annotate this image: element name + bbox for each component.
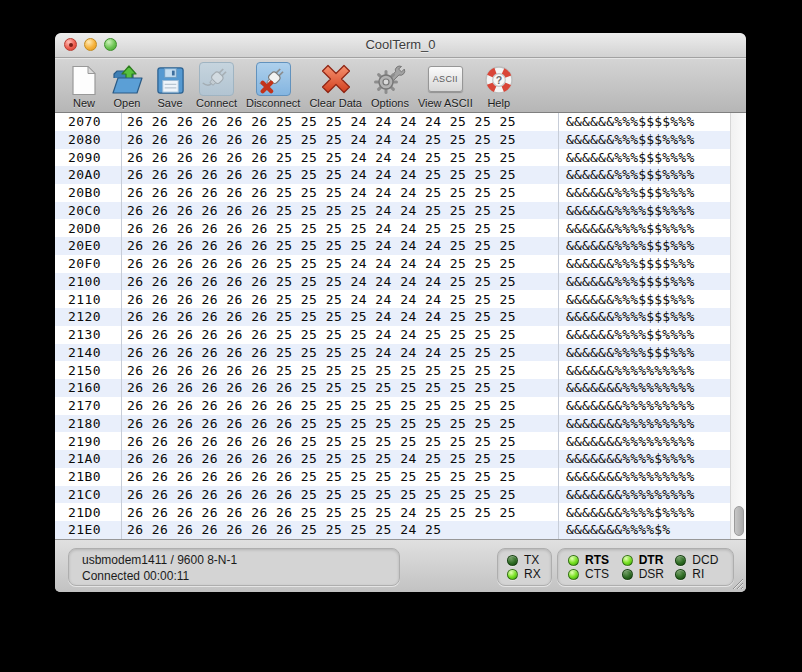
terminal-rows: 207026 26 26 26 26 26 25 25 25 24 24 24 … — [55, 113, 730, 539]
hex-cell: 26 26 26 26 26 26 25 25 25 25 25 25 25 2… — [122, 362, 559, 380]
hex-cell: 26 26 26 26 26 26 25 25 25 24 24 24 25 2… — [122, 131, 559, 149]
ascii-cell: &&&&&&&%%%%%%%%% — [559, 486, 730, 504]
toolbar-button-options[interactable]: Options — [371, 61, 409, 109]
hex-cell: 26 26 26 26 26 26 25 25 25 24 24 24 24 2… — [122, 273, 559, 291]
ascii-cell: &&&&&&%%%%$$%%%% — [559, 202, 730, 220]
toolbar-button-new[interactable]: New — [67, 61, 101, 109]
ascii-cell: &&&&&&%%%$$$$%%% — [559, 291, 730, 309]
connection-info-panel: usbmodem1411 / 9600 8-N-1 Connected 00:0… — [68, 548, 400, 586]
resize-grip[interactable] — [731, 577, 743, 589]
address-cell: 21E0 — [55, 521, 122, 539]
toolbar-label: New — [73, 97, 95, 109]
address-cell: 2190 — [55, 433, 122, 451]
hex-cell: 26 26 26 26 26 26 25 25 25 25 24 24 24 2… — [122, 308, 559, 326]
led-dot — [568, 569, 579, 580]
ascii-cell: &&&&&&%%%%%%%%%% — [559, 362, 730, 380]
ascii-cell: &&&&&&%%%%$$%%%% — [559, 220, 730, 238]
hex-cell: 26 26 26 26 26 26 25 25 25 24 24 24 25 2… — [122, 184, 559, 202]
terminal-row: 218026 26 26 26 26 26 26 25 25 25 25 25 … — [55, 415, 730, 433]
address-cell: 2140 — [55, 344, 122, 362]
toolbar-label: Open — [114, 97, 141, 109]
ascii-cell: &&&&&&&%%%%$%%%% — [559, 450, 730, 468]
hex-cell: 26 26 26 26 26 26 25 25 25 24 24 24 25 2… — [122, 149, 559, 167]
terminal-row: 212026 26 26 26 26 26 25 25 25 25 24 24 … — [55, 308, 730, 326]
led-label: DCD — [692, 553, 718, 567]
title-bar[interactable]: CoolTerm_0 — [55, 33, 746, 58]
led-dot — [622, 569, 633, 580]
terminal-row: 20A026 26 26 26 26 26 25 25 25 24 24 24 … — [55, 166, 730, 184]
new-document-icon — [71, 61, 97, 96]
ascii-cell: &&&&&&&%%%%%%%%% — [559, 379, 730, 397]
address-cell: 2120 — [55, 308, 122, 326]
toolbar-button-view-ascii[interactable]: ASCII View ASCII — [418, 61, 473, 109]
terminal-row: 219026 26 26 26 26 26 26 25 25 25 25 25 … — [55, 433, 730, 451]
ascii-cell: &&&&&&%%%$$$$%%% — [559, 273, 730, 291]
address-cell: 21B0 — [55, 468, 122, 486]
terminal-row: 21B026 26 26 26 26 26 26 25 25 25 25 25 … — [55, 468, 730, 486]
terminal-row: 20D026 26 26 26 26 26 25 25 25 25 24 24 … — [55, 220, 730, 238]
toolbar-button-connect: Connect — [196, 61, 237, 109]
toolbar-button-save[interactable]: Save — [153, 61, 187, 109]
hex-cell: 26 26 26 26 26 26 25 25 25 25 24 24 25 2… — [122, 326, 559, 344]
terminal-row: 20E026 26 26 26 26 26 25 25 25 25 24 24 … — [55, 237, 730, 255]
hex-cell: 26 26 26 26 26 26 26 25 25 25 25 25 25 2… — [122, 415, 559, 433]
terminal-row: 20C026 26 26 26 26 26 25 25 25 25 24 24 … — [55, 202, 730, 220]
terminal-row: 215026 26 26 26 26 26 25 25 25 25 25 25 … — [55, 362, 730, 380]
status-bar: usbmodem1411 / 9600 8-N-1 Connected 00:0… — [55, 539, 746, 592]
ascii-cell: &&&&&&&%%%%%%%%% — [559, 397, 730, 415]
ascii-cell: &&&&&&&%%%%%%%%% — [559, 468, 730, 486]
screen: CoolTerm_0 New — [0, 0, 802, 672]
led-dot — [507, 555, 518, 566]
terminal-row: 20B026 26 26 26 26 26 25 25 25 24 24 24 … — [55, 184, 730, 202]
led-dot — [568, 555, 579, 566]
vertical-scrollbar[interactable] — [730, 113, 746, 539]
terminal-row: 214026 26 26 26 26 26 25 25 25 25 24 24 … — [55, 344, 730, 362]
hex-cell: 26 26 26 26 26 26 25 25 25 24 24 24 24 2… — [122, 255, 559, 273]
ascii-cell: &&&&&&%%%%$$$%%% — [559, 344, 730, 362]
led-indicator-dsr: DSR — [622, 567, 676, 581]
scrollbar-thumb[interactable] — [734, 506, 744, 536]
ascii-cell: &&&&&&&%%%%%%%%% — [559, 415, 730, 433]
led-indicator-cts: CTS — [568, 567, 622, 581]
terminal-row: 207026 26 26 26 26 26 25 25 25 24 24 24 … — [55, 113, 730, 131]
toolbar-label: Connect — [196, 97, 237, 109]
led-indicator-rts[interactable]: RTS — [568, 553, 622, 567]
led-indicator-tx: TX — [507, 553, 551, 567]
toolbar-label: Disconnect — [246, 97, 300, 109]
ascii-cell: &&&&&&%%%%$$%%%% — [559, 326, 730, 344]
led-indicator-ri: RI — [675, 567, 729, 581]
toolbar-button-disconnect[interactable]: Disconnect — [246, 61, 300, 109]
hex-cell: 26 26 26 26 26 26 26 25 25 25 25 24 25 — [122, 521, 559, 539]
address-cell: 21D0 — [55, 504, 122, 522]
led-label: DTR — [639, 553, 664, 567]
toolbar-label: Save — [157, 97, 182, 109]
connection-status: Connected 00:00:11 — [82, 568, 386, 584]
toolbar-button-clear-data[interactable]: Clear Data — [309, 61, 362, 109]
hex-cell: 26 26 26 26 26 26 26 25 25 25 25 25 25 2… — [122, 433, 559, 451]
terminal-row: 216026 26 26 26 26 26 26 25 25 25 25 25 … — [55, 379, 730, 397]
disconnect-plug-icon — [256, 62, 291, 96]
terminal-row: 21C026 26 26 26 26 26 26 25 25 25 25 25 … — [55, 486, 730, 504]
toolbar-button-help[interactable]: ? Help — [482, 61, 516, 109]
txrx-led-panel: TXRX — [497, 548, 552, 586]
address-cell: 2070 — [55, 113, 122, 131]
ascii-cell: &&&&&&%%%$$$%%%% — [559, 166, 730, 184]
port-info: usbmodem1411 / 9600 8-N-1 — [82, 552, 386, 568]
hex-cell: 26 26 26 26 26 26 26 25 25 25 25 25 25 2… — [122, 468, 559, 486]
hex-cell: 26 26 26 26 26 26 26 25 25 25 25 25 25 2… — [122, 397, 559, 415]
hex-cell: 26 26 26 26 26 26 25 25 25 24 24 24 24 2… — [122, 113, 559, 131]
toolbar-label: View ASCII — [418, 97, 473, 109]
terminal-row: 211026 26 26 26 26 26 25 25 25 24 24 24 … — [55, 291, 730, 309]
terminal-row: 210026 26 26 26 26 26 25 25 25 24 24 24 … — [55, 273, 730, 291]
toolbar-button-open[interactable]: Open — [110, 61, 144, 109]
ascii-cell: &&&&&&&%%%%%%%%% — [559, 433, 730, 451]
terminal-row: 209026 26 26 26 26 26 25 25 25 24 24 24 … — [55, 149, 730, 167]
terminal-display[interactable]: 207026 26 26 26 26 26 25 25 25 24 24 24 … — [55, 113, 746, 539]
led-dot — [675, 555, 686, 566]
led-label: CTS — [585, 567, 609, 581]
address-cell: 2170 — [55, 397, 122, 415]
led-label: RX — [524, 567, 541, 581]
led-indicator-dtr[interactable]: DTR — [622, 553, 676, 567]
ascii-cell: &&&&&&%%%$$$$%%% — [559, 113, 730, 131]
address-cell: 21C0 — [55, 486, 122, 504]
